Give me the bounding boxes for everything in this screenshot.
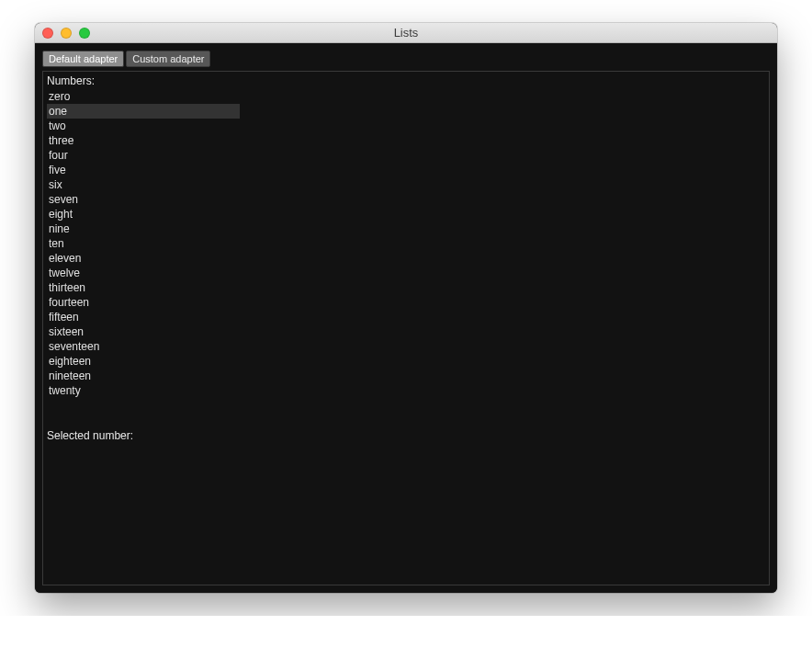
minimize-icon[interactable] [61,28,72,39]
tab-default-adapter[interactable]: Default adapter [42,51,124,67]
tab-bar: Default adapter Custom adapter [42,51,770,67]
tab-custom-adapter[interactable]: Custom adapter [126,51,210,67]
list-item[interactable]: seventeen [47,339,240,354]
list-item[interactable]: four [47,148,240,163]
window: Lists Default adapter Custom adapter Num… [35,23,777,593]
list-item[interactable]: nineteen [47,369,240,383]
list-item[interactable]: five [47,163,240,177]
selected-row: Selected number: [47,429,765,442]
traffic-lights [35,28,90,39]
numbers-listbox[interactable]: zeroonetwothreefourfivesixseveneightnine… [47,89,240,398]
list-item[interactable]: eighteen [47,354,240,369]
titlebar[interactable]: Lists [35,23,777,43]
tab-panel: Numbers: zeroonetwothreefourfivesixseven… [42,71,770,585]
list-item[interactable]: fifteen [47,310,240,324]
maximize-icon[interactable] [79,28,90,39]
list-item[interactable]: zero [47,89,240,104]
list-item[interactable]: fourteen [47,295,240,310]
content: Default adapter Custom adapter Numbers: … [35,43,777,593]
list-item[interactable]: eleven [47,251,240,266]
list-item[interactable]: thirteen [47,280,240,295]
list-item[interactable]: sixteen [47,324,240,339]
list-item[interactable]: eight [47,207,240,222]
list-item[interactable]: ten [47,236,240,251]
numbers-label: Numbers: [47,74,765,87]
window-title: Lists [35,26,777,40]
list-item[interactable]: one [47,104,240,119]
list-item[interactable]: twelve [47,266,240,280]
list-item[interactable]: nine [47,222,240,236]
list-item[interactable]: three [47,133,240,148]
close-icon[interactable] [42,28,53,39]
list-item[interactable]: two [47,119,240,133]
selected-number-label: Selected number: [47,429,133,442]
list-item[interactable]: six [47,177,240,192]
list-item[interactable]: seven [47,192,240,207]
list-item[interactable]: twenty [47,383,240,398]
